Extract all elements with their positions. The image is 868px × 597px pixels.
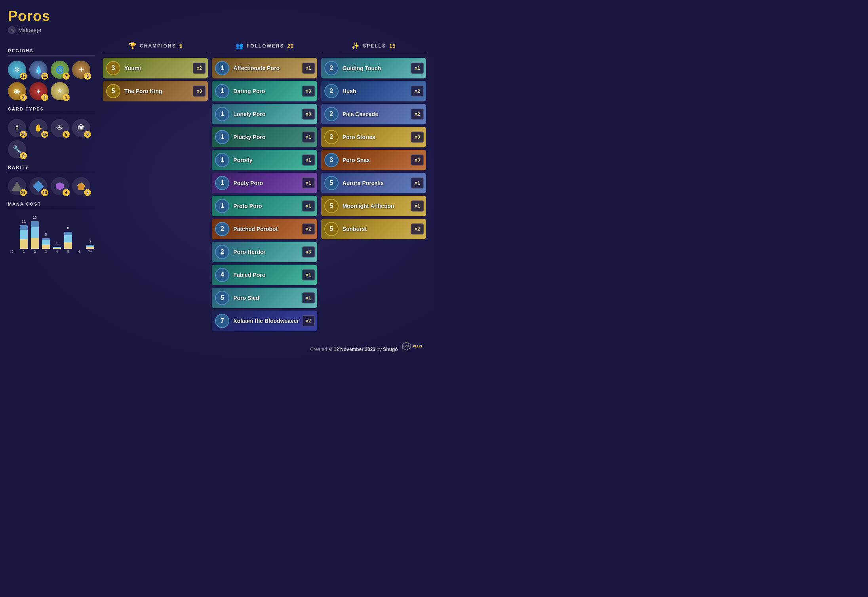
card-item[interactable]: 2 Pale Cascade x2 xyxy=(321,104,426,124)
region-count: 7 xyxy=(63,72,70,80)
spells-count: 15 xyxy=(389,43,396,49)
mana-chart: 0111132531485627+ xyxy=(8,214,95,261)
rarity-icon: 5 xyxy=(72,177,90,195)
champions-header: 🏆 CHAMPIONS 5 xyxy=(103,42,208,53)
card-cost: 1 xyxy=(215,107,229,121)
spells-list: 2 Guiding Touch x1 2 Hush x2 2 Pale Casc… xyxy=(321,58,426,239)
card-name: Fabled Poro xyxy=(229,272,302,278)
card-name: Hush xyxy=(339,88,411,94)
card-cost: 1 xyxy=(215,153,229,167)
region-icon: ◉ 3 xyxy=(8,82,26,100)
followers-header: 👥 FOLLOWERS 20 xyxy=(212,42,317,53)
region-icon: 🌀 7 xyxy=(51,61,69,79)
card-type-item-spells: ✋ 15 xyxy=(29,119,48,137)
card-cost: 4 xyxy=(215,268,229,282)
region-count: 1 xyxy=(41,94,48,101)
card-item[interactable]: 2 Guiding Touch x1 xyxy=(321,58,426,78)
card-type-icon: ✋ 15 xyxy=(29,119,48,137)
mana-bar-value: 11 xyxy=(22,219,26,224)
mana-bar-label: 7+ xyxy=(88,250,92,254)
card-name: Pale Cascade xyxy=(339,111,411,117)
card-type-item-units: 🗡 20 xyxy=(8,119,26,137)
card-cost: 1 xyxy=(215,61,229,75)
card-item[interactable]: 1 Proto Poro x1 xyxy=(212,196,317,216)
card-item[interactable]: 5 Aurora Porealis x1 xyxy=(321,173,426,193)
card-types-title: CARD TYPES xyxy=(8,107,95,114)
followers-label: FOLLOWERS xyxy=(247,43,284,49)
card-count: x2 xyxy=(411,86,424,97)
champions-list: 3 Yuumi x2 5 The Poro King x3 xyxy=(103,58,208,101)
region-icon: ♦ 1 xyxy=(29,82,48,100)
card-item[interactable]: 2 Patched Porobot x2 xyxy=(212,219,317,239)
mana-bar-group: 53 xyxy=(41,233,51,254)
mana-bar-group: 6 xyxy=(74,243,84,254)
card-name: Poro Snax xyxy=(339,157,411,163)
card-item[interactable]: 2 Poro Stories x3 xyxy=(321,127,426,147)
card-cost: 2 xyxy=(215,222,229,236)
deck-type-icon: ⚔ xyxy=(8,26,16,34)
mana-bar-label: 3 xyxy=(45,250,47,254)
rarity-item-epic: 4 xyxy=(51,177,69,195)
region-count: 5 xyxy=(84,72,91,80)
mana-bar-group: 111 xyxy=(19,219,29,254)
card-name: Proto Poro xyxy=(229,203,302,209)
region-count: 3 xyxy=(20,94,27,101)
card-name: Porofly xyxy=(229,157,302,163)
mana-bar-label: 4 xyxy=(56,250,58,254)
card-count: x1 xyxy=(302,200,315,212)
card-name: Yuumi xyxy=(120,65,193,71)
card-item[interactable]: 1 Affectionate Poro x1 xyxy=(212,58,317,78)
card-type-icon: 👁 5 xyxy=(51,119,69,137)
card-name: Sunburst xyxy=(339,226,411,232)
rarity-grid: 21 10 4 5 xyxy=(8,177,95,195)
card-item[interactable]: 1 Pouty Poro x1 xyxy=(212,173,317,193)
footer-date: 12 November 2023 xyxy=(334,347,375,352)
region-icon: ✦ 5 xyxy=(72,61,90,79)
card-cost: 5 xyxy=(324,176,339,190)
card-count: x2 xyxy=(411,223,424,235)
card-item[interactable]: 3 Poro Snax x3 xyxy=(321,150,426,170)
region-item-freljord: ❄ 12 xyxy=(8,61,26,79)
rarity-icon: 10 xyxy=(29,177,48,195)
mana-bar-group: 85 xyxy=(63,226,73,254)
spells-header: ✨ SPELLS 15 xyxy=(321,42,426,53)
card-item[interactable]: 2 Hush x2 xyxy=(321,81,426,101)
followers-icon: 👥 xyxy=(236,42,244,50)
card-item[interactable]: 5 Poro Sled x1 xyxy=(212,288,317,308)
card-item[interactable]: 4 Fabled Poro x1 xyxy=(212,265,317,285)
card-count: x2 xyxy=(193,63,206,74)
card-cost: 2 xyxy=(324,61,339,75)
card-count: x1 xyxy=(302,154,315,166)
card-item[interactable]: 1 Daring Poro x3 xyxy=(212,81,317,101)
card-item[interactable]: 2 Poro Herder x3 xyxy=(212,242,317,262)
card-item[interactable]: 5 Moonlight Affliction x1 xyxy=(321,196,426,216)
card-type-icon: 🗡 20 xyxy=(8,119,26,137)
footer-prefix: Created at xyxy=(310,347,332,352)
card-item[interactable]: 7 Xolaani the Bloodweaver x2 xyxy=(212,311,317,331)
card-cost: 5 xyxy=(215,291,229,305)
card-name: The Poro King xyxy=(120,88,193,94)
left-panel: REGIONS ❄ 12 💧 11 🌀 7 ✦ 5 ◉ 3 ♦ 1 xyxy=(8,42,95,261)
card-item[interactable]: 1 Plucky Poro x1 xyxy=(212,127,317,147)
spells-icon: ✨ xyxy=(352,42,360,50)
followers-count: 20 xyxy=(287,43,294,49)
card-item[interactable]: 5 The Poro King x3 xyxy=(103,81,208,101)
spells-label: SPELLS xyxy=(363,43,386,49)
champions-label: CHAMPIONS xyxy=(140,43,176,49)
card-count: x1 xyxy=(302,132,315,143)
region-item-shadow-isles: 💧 11 xyxy=(29,61,48,79)
mana-bar-value: 1 xyxy=(56,241,58,246)
card-item[interactable]: 1 Lonely Poro x3 xyxy=(212,104,317,124)
mana-bar-label: 1 xyxy=(23,250,25,254)
mana-bar-stack xyxy=(86,245,94,249)
card-cost: 7 xyxy=(215,314,229,328)
footer-by: by xyxy=(377,347,382,352)
card-item[interactable]: 1 Porofly x1 xyxy=(212,150,317,170)
card-item[interactable]: 3 Yuumi x2 xyxy=(103,58,208,78)
card-count: x2 xyxy=(302,315,315,326)
card-type-count: 20 xyxy=(20,131,27,138)
region-icon: ❄ 12 xyxy=(8,61,26,79)
mana-bar-label: 0 xyxy=(11,250,13,254)
mana-bar-group: 14 xyxy=(52,241,62,254)
card-item[interactable]: 5 Sunburst x2 xyxy=(321,219,426,239)
